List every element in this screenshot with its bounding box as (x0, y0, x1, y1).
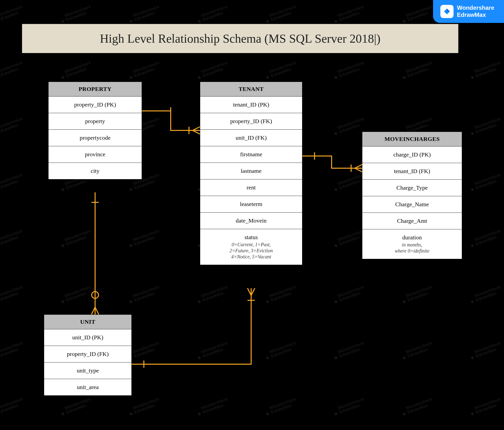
watermark-text: WondershareEdrawMax (195, 397, 230, 417)
entity-row-text: date_Movein (236, 217, 267, 224)
watermark-text: WondershareEdrawMax (0, 4, 25, 25)
watermark-text: WondershareEdrawMax (263, 397, 298, 417)
entity-row-note: in months,where 0=idefinite (365, 242, 459, 254)
watermark-text: WondershareEdrawMax (195, 341, 230, 361)
entity-row-text: province (85, 151, 105, 157)
entity-moveincharges-row: tenant_ID (FK) (362, 163, 462, 180)
entity-row-text: Charge_Type (396, 185, 428, 191)
entity-property: PROPERTY property_ID (PK)propertypropert… (48, 82, 142, 179)
entity-row-text: city (91, 168, 99, 174)
watermark-text: WondershareEdrawMax (126, 4, 162, 25)
svg-point-11 (92, 292, 99, 298)
watermark-text: WondershareEdrawMax (331, 116, 367, 137)
entity-row-text: unit_type (77, 367, 99, 374)
entity-unit: UNIT unit_ID (PK)property_ID (FK)unit_ty… (44, 314, 132, 396)
badge-line2: EdrawMax (457, 11, 494, 19)
entity-tenant-row: property_ID (FK) (200, 113, 302, 130)
watermark-text: WondershareEdrawMax (126, 60, 162, 81)
entity-tenant-row: date_Movein (200, 213, 302, 229)
entity-tenant-header: TENANT (200, 82, 302, 97)
watermark-text: WondershareEdrawMax (0, 172, 25, 193)
app-badge: Wondershare EdrawMax (433, 0, 504, 23)
entity-moveincharges-row: Charge_Type (362, 180, 462, 196)
watermark-text: WondershareEdrawMax (58, 284, 94, 305)
entity-unit-header: UNIT (44, 315, 131, 329)
entity-tenant-row: leaseterm (200, 196, 302, 213)
entity-row-text: propertycode (80, 135, 111, 141)
entity-row-text: unit_ID (PK) (72, 334, 103, 341)
watermark-text: WondershareEdrawMax (331, 284, 367, 305)
entity-property-row: property (49, 113, 142, 130)
entity-row-text: property (85, 118, 105, 124)
watermark-text: WondershareEdrawMax (331, 397, 367, 417)
watermark-text: WondershareEdrawMax (331, 172, 367, 193)
entity-property-row: propertycode (49, 130, 142, 146)
watermark-text: WondershareEdrawMax (58, 4, 94, 25)
watermark-text: WondershareEdrawMax (263, 4, 298, 25)
entity-tenant-row: lastname (200, 163, 302, 179)
entity-property-row: province (49, 146, 142, 163)
watermark-text: WondershareEdrawMax (331, 228, 367, 249)
entity-property-row: city (49, 163, 142, 179)
watermark-text: WondershareEdrawMax (195, 4, 230, 25)
entity-row-text: leaseterm (240, 201, 262, 207)
watermark-text: WondershareEdrawMax (58, 228, 94, 249)
entity-moveincharges-header: MOVEINCHARGES (362, 132, 462, 147)
entity-row-text: unit_ID (FK) (236, 135, 267, 141)
entity-moveincharges-row: durationin months,where 0=idefinite (362, 229, 462, 259)
entity-row-text: property_ID (PK) (74, 101, 116, 108)
watermark-text: WondershareEdrawMax (331, 60, 367, 81)
watermark-text: WondershareEdrawMax (263, 60, 298, 81)
svg-line-16 (247, 288, 251, 295)
watermark-text: WondershareEdrawMax (399, 341, 435, 361)
entity-row-text: property_ID (FK) (230, 118, 272, 124)
watermark-text: WondershareEdrawMax (126, 284, 162, 305)
watermark-text: WondershareEdrawMax (399, 4, 435, 25)
badge-text: Wondershare EdrawMax (457, 4, 494, 19)
watermark-text: WondershareEdrawMax (331, 4, 367, 25)
watermark-text: WondershareEdrawMax (0, 60, 25, 81)
watermark-text: WondershareEdrawMax (195, 60, 230, 81)
entity-row-text: duration (402, 234, 422, 241)
watermark-text: WondershareEdrawMax (126, 397, 162, 417)
watermark-text: WondershareEdrawMax (0, 284, 25, 305)
watermark-text: WondershareEdrawMax (468, 228, 503, 249)
watermark-text: WondershareEdrawMax (468, 172, 503, 193)
entity-property-row: property_ID (PK) (49, 97, 142, 113)
watermark-text: WondershareEdrawMax (58, 397, 94, 417)
entity-row-text: lastname (241, 168, 261, 174)
entity-row-text: property_ID (FK) (67, 351, 109, 357)
entity-row-text: unit_area (77, 384, 99, 390)
svg-line-12 (91, 307, 95, 314)
watermark-text: WondershareEdrawMax (263, 341, 298, 361)
entity-row-text: charge_ID (PK) (393, 151, 431, 158)
title-text: High Level Relationship Schema (MS SQL S… (100, 31, 380, 46)
watermark-text: WondershareEdrawMax (0, 116, 25, 137)
watermark-text: WondershareEdrawMax (331, 341, 367, 361)
watermark-text: WondershareEdrawMax (58, 60, 94, 81)
watermark-text: WondershareEdrawMax (195, 284, 230, 305)
svg-line-18 (251, 288, 255, 295)
entity-tenant-row: unit_ID (FK) (200, 130, 302, 146)
watermark-text: WondershareEdrawMax (468, 341, 503, 361)
entity-unit-row: unit_ID (PK) (44, 329, 131, 346)
entity-moveincharges-row: Charge_Name (362, 196, 462, 213)
watermark-text: WondershareEdrawMax (126, 228, 162, 249)
entity-row-text: tenant_ID (FK) (394, 168, 430, 174)
entity-moveincharges-row: Charge_Amt (362, 213, 462, 229)
entity-tenant: TENANT tenant_ID (PK)property_ID (FK)uni… (200, 82, 302, 265)
entity-unit-row: unit_type (44, 362, 131, 379)
entity-row-text: Charge_Amt (397, 218, 427, 224)
svg-line-14 (95, 307, 99, 314)
watermark-text: WondershareEdrawMax (399, 397, 435, 417)
svg-line-6 (355, 165, 362, 168)
watermark-text: WondershareEdrawMax (263, 284, 298, 305)
entity-tenant-row: rent (200, 179, 302, 196)
entity-property-header: PROPERTY (49, 82, 142, 97)
svg-line-3 (193, 130, 200, 134)
entity-moveincharges-row: charge_ID (PK) (362, 147, 462, 163)
watermark-text: WondershareEdrawMax (468, 116, 503, 137)
watermark-text: WondershareEdrawMax (399, 60, 435, 81)
entity-unit-row: unit_area (44, 379, 131, 395)
entity-row-note: 0=Current, 1=Past,2=Future, 3=Eviction4=… (203, 242, 300, 260)
